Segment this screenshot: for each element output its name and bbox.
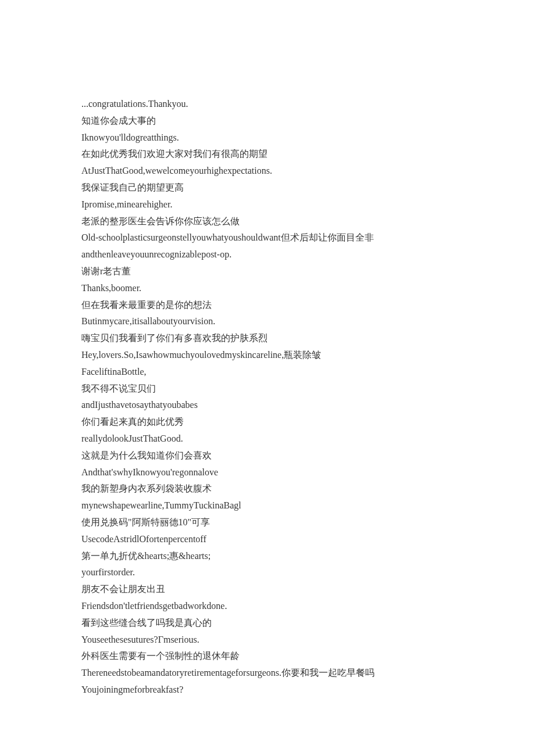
text-line: 第一单九折优&hearts;惠&hearts; bbox=[81, 548, 454, 565]
text-line: 我的新塑身内衣系列袋装收腹术 bbox=[81, 481, 454, 497]
text-line: andIjusthavetosaythatyoubabes bbox=[81, 397, 454, 414]
text-line: Old-schoolplasticsurgeonstellyouwhatyous… bbox=[81, 230, 454, 246]
text-line: Andthat'swhyIknowyou'regonnalove bbox=[81, 464, 454, 481]
text-line: reallydolookJustThatGood. bbox=[81, 431, 454, 447]
text-line: andthenleaveyouunrecognizablepost-op. bbox=[81, 246, 454, 263]
text-line: Friendsdon'tletfriendsgetbadworkdone. bbox=[81, 598, 454, 615]
text-line: Ipromise,minearehigher. bbox=[81, 196, 454, 213]
text-line: FaceliftinaBottle, bbox=[81, 364, 454, 381]
text-line: 看到这些缝合线了吗我是真心的 bbox=[81, 615, 454, 632]
text-line: Iknowyou'lldogreatthings. bbox=[81, 130, 454, 146]
text-line: 嗨宝贝们我看到了你们有多喜欢我的护肤系烈 bbox=[81, 330, 454, 347]
text-line: 但在我看来最重要的是你的想法 bbox=[81, 297, 454, 314]
text-line: 谢谢r老古董 bbox=[81, 263, 454, 280]
text-line: AtJustThatGood,wewelcomeyourhighexpectat… bbox=[81, 163, 454, 180]
text-line: Butinmycare,itisallaboutyourvision. bbox=[81, 313, 454, 330]
text-line: 外科医生需要有一个强制性的退休年龄 bbox=[81, 648, 454, 665]
text-line: 我不得不说宝贝们 bbox=[81, 381, 454, 397]
text-line: Thereneedstobeamandatoryretirementagefor… bbox=[81, 665, 454, 682]
text-line: yourfirstorder. bbox=[81, 564, 454, 581]
text-line: 朋友不会让朋友出丑 bbox=[81, 581, 454, 598]
text-line: 我保证我自己的期望更高 bbox=[81, 180, 454, 196]
text-line: Youseethesesutures?Гmserious. bbox=[81, 632, 454, 648]
text-line: 知道你会成大事的 bbox=[81, 113, 454, 130]
text-line: Thanks,boomer. bbox=[81, 280, 454, 297]
text-line: 这就是为什么我知道你们会喜欢 bbox=[81, 447, 454, 464]
text-line: 使用兑换码"阿斯特丽德10"可享 bbox=[81, 514, 454, 531]
text-line: mynewshapewearline,TummyTuckinaBagl bbox=[81, 497, 454, 514]
text-line: UsecodeAstridlOfortenpercentoff bbox=[81, 531, 454, 548]
text-line: ...congratulations.Thankyou. bbox=[81, 96, 454, 113]
text-line: 在如此优秀我们欢迎大家对我们有很高的期望 bbox=[81, 146, 454, 163]
text-line: Youjoiningmeforbreakfast? bbox=[81, 682, 454, 698]
text-line: Hey,lovers.So,Isawhowmuchyoulovedmyskinc… bbox=[81, 347, 454, 364]
text-line: 老派的整形医生会告诉你你应该怎么做 bbox=[81, 213, 454, 230]
text-line: 你们看起来真的如此优秀 bbox=[81, 414, 454, 431]
document-page: ...congratulations.Thankyou. 知道你会成大事的 Ik… bbox=[0, 0, 535, 756]
